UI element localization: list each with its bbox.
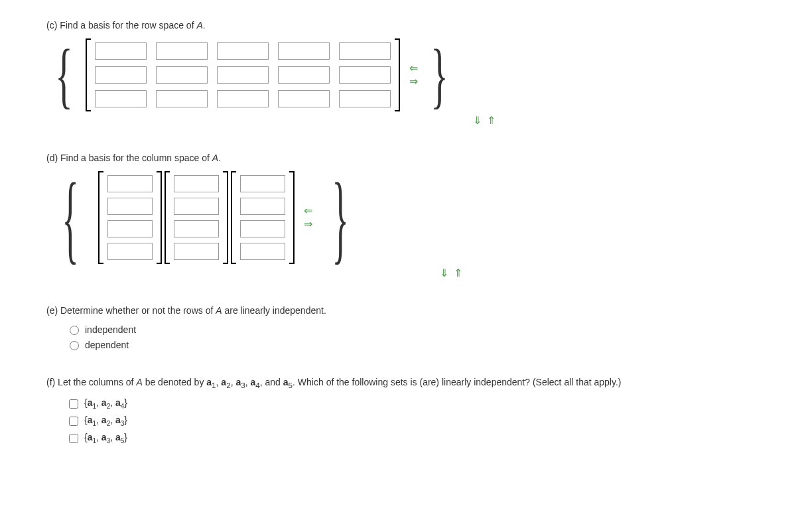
- matrix-cell-input[interactable]: [95, 42, 147, 60]
- qd-answer-area: { ⇐ ⇒ } ⇓ ⇑: [46, 171, 750, 279]
- checkbox-input[interactable]: [69, 417, 78, 426]
- qc-prefix: (c) Find a basis for the row space of: [46, 20, 196, 31]
- matrix-cell-input[interactable]: [156, 66, 208, 84]
- question-f-prompt: (f) Let the columns of A be denoted by a…: [46, 377, 750, 389]
- add-vec-icon[interactable]: ⇒: [304, 219, 312, 230]
- vector-cell-input[interactable]: [240, 220, 285, 237]
- qc-matrix-inputs: [94, 38, 392, 111]
- right-bracket: [157, 171, 162, 264]
- right-bracket: [289, 171, 295, 264]
- vector-cell-input[interactable]: [107, 243, 153, 260]
- radio-input[interactable]: [70, 341, 79, 350]
- matrix-cell-input[interactable]: [339, 66, 391, 84]
- qe-options: independentdependent: [46, 324, 750, 350]
- qf-p1: (f) Let the columns of: [46, 377, 136, 387]
- matrix-cell-input[interactable]: [278, 90, 330, 107]
- matrix-cell-input[interactable]: [339, 42, 391, 60]
- left-bracket: [86, 38, 91, 111]
- vector-inputs: [239, 171, 287, 264]
- matrix-cell-input[interactable]: [95, 66, 147, 84]
- matrix-row: [95, 42, 391, 60]
- vector-cell-input[interactable]: [240, 243, 285, 260]
- matrix-cell-input[interactable]: [156, 42, 208, 60]
- qd-vectors: [98, 171, 295, 264]
- checkbox-label: {a1, a2, a4}: [84, 397, 127, 410]
- qd-suffix: .: [218, 153, 221, 163]
- vector-cell-input[interactable]: [107, 220, 153, 237]
- radio-label: independent: [85, 324, 136, 335]
- qe-prefix: (e) Determine whether or not the rows of: [46, 305, 216, 316]
- checkbox-input[interactable]: [69, 434, 78, 443]
- qf-var: A: [136, 377, 142, 387]
- vector-inputs: [172, 171, 220, 264]
- qd-set: { ⇐ ⇒ }: [46, 171, 364, 264]
- remove-row-icon[interactable]: ⇑: [454, 268, 462, 279]
- add-row-icon[interactable]: ⇓: [440, 268, 448, 279]
- add-col-icon[interactable]: ⇒: [409, 76, 418, 87]
- qc-set: { ⇐ ⇒ }: [46, 38, 457, 111]
- right-bracket: [223, 171, 228, 264]
- qf-p3: . Which of the following sets is (are) l…: [293, 377, 621, 387]
- remove-col-icon[interactable]: ⇐: [409, 63, 418, 74]
- left-bracket: [165, 171, 170, 264]
- radio-option: dependent: [66, 339, 750, 350]
- checkbox-label: {a1, a3, a5}: [84, 432, 127, 444]
- question-e-prompt: (e) Determine whether or not the rows of…: [46, 305, 750, 316]
- vector-cell-input[interactable]: [174, 175, 219, 192]
- qd-row-arrows: ⇓ ⇑: [440, 268, 462, 279]
- matrix-cell-input[interactable]: [217, 42, 269, 60]
- qd-var: A: [212, 153, 218, 163]
- left-brace: {: [62, 173, 78, 263]
- left-brace: {: [55, 42, 72, 108]
- left-bracket: [231, 171, 236, 264]
- checkbox-input[interactable]: [69, 399, 78, 409]
- matrix-cell-input[interactable]: [278, 42, 330, 60]
- question-d-prompt: (d) Find a basis for the column space of…: [46, 153, 750, 163]
- matrix-cell-input[interactable]: [156, 90, 208, 107]
- radio-label: dependent: [85, 340, 129, 350]
- vector-cell-input[interactable]: [107, 175, 153, 192]
- question-d: (d) Find a basis for the column space of…: [46, 153, 750, 279]
- right-brace: }: [332, 173, 348, 263]
- right-brace: }: [431, 42, 448, 108]
- qc-row-arrows: ⇓ ⇑: [473, 115, 496, 126]
- matrix-cell-input[interactable]: [95, 90, 147, 107]
- qe-suffix: are linearly independent.: [222, 305, 326, 316]
- radio-input[interactable]: [70, 326, 79, 335]
- qf-options: {a1, a2, a4}{a1, a2, a3}{a1, a3, a5}: [46, 397, 750, 445]
- matrix-cell-input[interactable]: [217, 90, 269, 107]
- qf-p2: be denoted by: [143, 377, 207, 387]
- column-vector: [98, 171, 162, 264]
- question-f: (f) Let the columns of A be denoted by a…: [46, 377, 750, 445]
- qc-answer-area: { ⇐ ⇒ } ⇓ ⇑: [46, 38, 750, 126]
- question-c-prompt: (c) Find a basis for the row space of A.: [46, 20, 750, 31]
- checkbox-option: {a1, a2, a3}: [66, 415, 750, 428]
- qc-suffix: .: [203, 20, 206, 31]
- checkbox-option: {a1, a3, a5}: [66, 432, 750, 445]
- vector-cell-input[interactable]: [240, 175, 285, 192]
- qf-denote: a1, a2, a3, a4, and a5: [206, 377, 293, 387]
- question-e: (e) Determine whether or not the rows of…: [46, 305, 750, 350]
- vector-cell-input[interactable]: [107, 198, 153, 215]
- remove-vec-icon[interactable]: ⇐: [304, 206, 312, 216]
- matrix-cell-input[interactable]: [217, 66, 269, 84]
- add-row-icon[interactable]: ⇓: [473, 115, 482, 126]
- vector-cell-input[interactable]: [174, 220, 219, 237]
- vector-cell-input[interactable]: [174, 243, 219, 260]
- matrix-row: [95, 90, 391, 107]
- matrix-row: [95, 66, 391, 84]
- vector-cell-input[interactable]: [240, 198, 285, 215]
- qc-var: A: [196, 20, 202, 31]
- checkbox-option: {a1, a2, a4}: [66, 397, 750, 411]
- left-bracket: [98, 171, 103, 264]
- question-c: (c) Find a basis for the row space of A.…: [46, 20, 750, 126]
- vector-inputs: [106, 171, 154, 264]
- matrix-cell-input[interactable]: [339, 90, 391, 107]
- right-bracket: [395, 38, 400, 111]
- vector-cell-input[interactable]: [174, 198, 219, 215]
- column-vector: [231, 171, 295, 264]
- remove-row-icon[interactable]: ⇑: [487, 115, 496, 126]
- checkbox-label: {a1, a2, a3}: [84, 415, 127, 427]
- matrix-cell-input[interactable]: [278, 66, 330, 84]
- radio-option: independent: [66, 324, 750, 335]
